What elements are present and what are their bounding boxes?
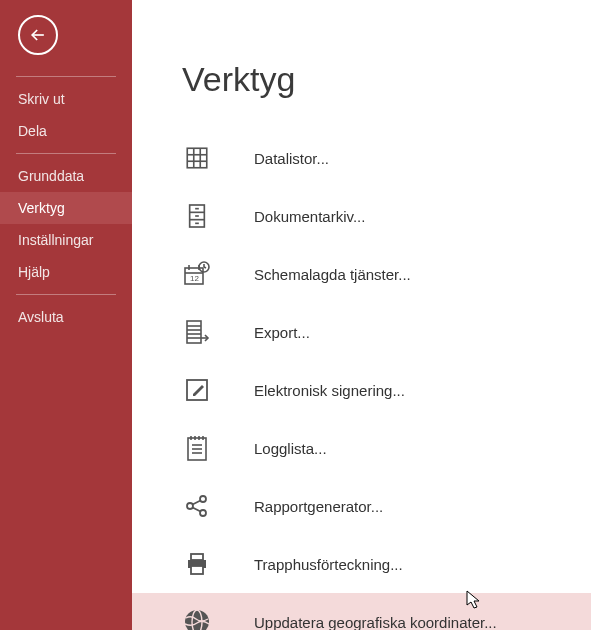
tool-electronic-signing[interactable]: Elektronisk signering... — [132, 361, 591, 419]
page-title: Verktyg — [182, 60, 591, 99]
divider — [16, 294, 116, 295]
divider — [16, 76, 116, 77]
svg-line-36 — [193, 501, 201, 505]
svg-text:12: 12 — [190, 274, 199, 283]
tool-label: Elektronisk signering... — [254, 382, 405, 399]
svg-point-33 — [187, 503, 193, 509]
calendar-clock-icon: 12 — [182, 259, 212, 289]
printer-icon — [182, 549, 212, 579]
tool-scheduled-services[interactable]: 12 Schemalagda tjänster... — [132, 245, 591, 303]
svg-line-37 — [193, 508, 201, 512]
svg-rect-39 — [191, 566, 203, 574]
sidebar: Skriv ut Dela Grunddata Verktyg Inställn… — [0, 0, 132, 630]
nav-print[interactable]: Skriv ut — [0, 83, 132, 115]
tool-label: Logglista... — [254, 440, 327, 457]
nav-exit[interactable]: Avsluta — [0, 301, 132, 333]
tool-label: Datalistor... — [254, 150, 329, 167]
svg-rect-0 — [187, 148, 207, 168]
tool-document-archive[interactable]: Dokumentarkiv... — [132, 187, 591, 245]
tool-update-geo-coordinates[interactable]: Uppdatera geografiska koordinater... — [132, 593, 591, 630]
tool-label: Export... — [254, 324, 310, 341]
tool-list: Datalistor... Dokumentarkiv... 12 — [132, 129, 591, 630]
tool-export[interactable]: Export... — [132, 303, 591, 361]
arrow-left-icon — [28, 25, 48, 45]
tool-label: Trapphusförteckning... — [254, 556, 403, 573]
tool-stairwell-list[interactable]: Trapphusförteckning... — [132, 535, 591, 593]
svg-rect-19 — [187, 321, 201, 343]
back-button[interactable] — [18, 15, 58, 55]
nav-settings[interactable]: Inställningar — [0, 224, 132, 256]
edit-sign-icon — [182, 375, 212, 405]
nav-help[interactable]: Hjälp — [0, 256, 132, 288]
main-content: Verktyg Datalistor... Dokumentarkiv.. — [132, 0, 591, 630]
divider — [16, 153, 116, 154]
tool-datalists[interactable]: Datalistor... — [132, 129, 591, 187]
tool-label: Dokumentarkiv... — [254, 208, 365, 225]
tool-report-generator[interactable]: Rapportgenerator... — [132, 477, 591, 535]
svg-point-34 — [200, 496, 206, 502]
tool-log-list[interactable]: Logglista... — [132, 419, 591, 477]
grid-icon — [182, 143, 212, 173]
tool-label: Uppdatera geografiska koordinater... — [254, 614, 497, 631]
tool-label: Schemalagda tjänster... — [254, 266, 411, 283]
notepad-icon — [182, 433, 212, 463]
nav-basedata[interactable]: Grunddata — [0, 160, 132, 192]
svg-point-35 — [200, 510, 206, 516]
archive-icon — [182, 201, 212, 231]
tool-label: Rapportgenerator... — [254, 498, 383, 515]
nav-tools[interactable]: Verktyg — [0, 192, 132, 224]
export-icon — [182, 317, 212, 347]
svg-rect-38 — [191, 554, 203, 560]
nav-share[interactable]: Dela — [0, 115, 132, 147]
share-nodes-icon — [182, 491, 212, 521]
globe-icon — [182, 607, 212, 630]
svg-line-18 — [204, 267, 206, 268]
